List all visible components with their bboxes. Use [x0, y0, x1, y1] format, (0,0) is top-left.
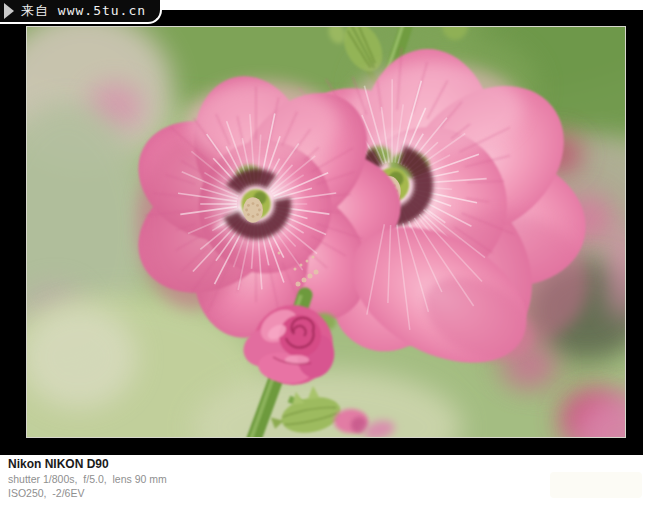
photo [26, 26, 626, 438]
hollyhock-photo-art [27, 27, 625, 437]
watermark-badge: 来自 www.5tu.cn [0, 0, 162, 24]
exif-caption: Nikon NIKON D90 shutter 1/800s, f/5.0, l… [8, 457, 167, 500]
camera-model-text: Nikon NIKON D90 [8, 457, 167, 472]
ghost-watermark [550, 472, 642, 498]
camera-settings-text: shutter 1/800s, f/5.0, lens 90 mm [8, 472, 167, 486]
triangle-right-icon [4, 3, 14, 19]
camera-exposure-text: ISO250, -2/6EV [8, 486, 167, 500]
watermark-text: 来自 www.5tu.cn [21, 2, 146, 20]
photo-page: 来自 www.5tu.cn Nikon NIKON D90 shutter 1/… [0, 0, 650, 506]
